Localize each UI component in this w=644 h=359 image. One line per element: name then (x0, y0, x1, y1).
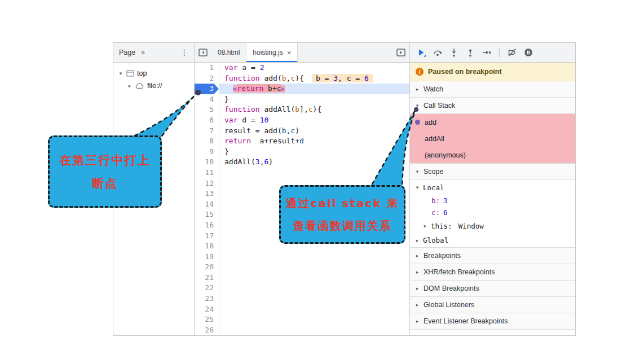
line-number[interactable]: 11 (195, 168, 219, 178)
line-number[interactable]: 8 (195, 136, 219, 147)
section-breakpoints[interactable]: ▸ Breakpoints (410, 248, 575, 264)
code-line[interactable] (219, 304, 409, 315)
screenshot-canvas: Page » ⋮ ▾ top ▸ fil (0, 0, 644, 359)
code-line[interactable]: return a+result+d (219, 136, 409, 147)
code-line[interactable]: var a = 2 (219, 63, 409, 73)
variable-name: c: (431, 208, 440, 217)
current-frame-marker-icon (415, 120, 420, 125)
stack-frame-add[interactable]: add (410, 114, 575, 130)
deactivate-breakpoints-button[interactable] (508, 48, 517, 57)
step-over-icon (433, 48, 442, 57)
scope-variable-b[interactable]: b: 3 (410, 195, 575, 207)
tree-item-label: top (137, 69, 147, 77)
variable-name: b: (431, 196, 440, 205)
code-line[interactable]: } (219, 147, 409, 157)
tab-hoisting-js[interactable]: hoisting.js × (246, 43, 298, 62)
line-number[interactable]: 19 (195, 252, 219, 262)
code-line[interactable]: result = add(b,c) (219, 126, 409, 137)
tab-page[interactable]: Page (119, 49, 135, 56)
line-number[interactable]: 4 (195, 94, 219, 105)
line-number[interactable]: 22 (195, 283, 219, 294)
section-label: DOM Breakpoints (424, 284, 479, 292)
scope-variable-c[interactable]: c: 6 (410, 207, 575, 218)
line-number[interactable]: 9 (195, 147, 219, 157)
chevron-right-icon: ▸ (414, 253, 420, 259)
code-token: b (282, 126, 286, 135)
tree-item-file[interactable]: ▸ file:// (113, 80, 194, 92)
section-watch[interactable]: ▸ Watch (410, 81, 575, 98)
line-number[interactable]: 5 (195, 104, 219, 115)
chevron-right-icon: ▸ (422, 223, 428, 229)
stack-frame-addall[interactable]: addAll (410, 130, 575, 147)
annotation-text: 查看函数调用关系 (293, 218, 392, 234)
scope-global[interactable]: ▸ Global (410, 233, 575, 248)
code-token: ) (268, 157, 273, 166)
code-line[interactable] (219, 283, 409, 294)
code-line[interactable]: function addAll(b],c){ (219, 104, 409, 115)
section-scope[interactable]: ▾ Scope (410, 164, 575, 180)
line-number[interactable]: 2 (195, 73, 219, 84)
code-line[interactable]: var d = 10 (219, 115, 409, 126)
code-line[interactable] (219, 294, 409, 304)
resume-icon (417, 48, 426, 57)
overflow-menu-icon[interactable]: ⋮ (180, 48, 188, 57)
line-number[interactable]: 24 (195, 304, 219, 315)
scope-local[interactable]: ▾ Local (410, 180, 575, 195)
section-call-stack[interactable]: ▾ Call Stack (410, 98, 575, 114)
chevron-right-icon[interactable]: ▸ (127, 83, 133, 89)
code-token: b = (316, 74, 333, 82)
step-into-button[interactable] (449, 48, 458, 57)
chevron-down-icon[interactable]: ▾ (118, 71, 123, 76)
line-number[interactable]: 6 (195, 115, 219, 126)
section-label: Global Listeners (424, 301, 474, 309)
line-number[interactable]: 20 (195, 262, 219, 273)
paused-code-line[interactable]: ▶return b+c▶ (219, 84, 409, 94)
close-tab-icon[interactable]: × (287, 49, 292, 57)
code-line[interactable] (219, 325, 409, 335)
line-number[interactable]: 25 (195, 314, 219, 325)
line-number[interactable]: 23 (195, 294, 219, 304)
step-into-icon (449, 48, 458, 57)
code-line[interactable] (219, 273, 409, 283)
code-line[interactable] (219, 262, 409, 273)
line-number[interactable]: 15 (195, 209, 219, 220)
section-global-listeners[interactable]: ▸ Global Listeners (410, 297, 575, 313)
section-event-listener-breakpoints[interactable]: ▸ Event Listener Breakpoints (410, 313, 575, 330)
stack-frame-anonymous[interactable]: (anonymous) (410, 147, 575, 163)
annotation-text: 断点 (92, 176, 118, 191)
line-number[interactable]: 16 (195, 220, 219, 231)
line-number[interactable]: 7 (195, 126, 219, 137)
tab-08-html[interactable]: 08.html (211, 43, 246, 62)
line-number[interactable]: 17 (195, 231, 219, 242)
section-dom-breakpoints[interactable]: ▸ DOM Breakpoints (410, 281, 575, 297)
chevron-right-icon: ▸ (414, 318, 420, 324)
resume-button[interactable] (417, 48, 426, 57)
code-line[interactable]: addAll(3,6) (219, 157, 409, 168)
step-out-button[interactable] (466, 48, 475, 57)
section-label: Watch (424, 85, 443, 93)
pause-on-exceptions-button[interactable] (524, 48, 533, 57)
code-line[interactable]: } (219, 94, 409, 105)
line-number[interactable]: 10 (195, 157, 219, 168)
code-line[interactable] (219, 168, 409, 178)
line-number[interactable]: 14 (195, 199, 219, 210)
navigator-toggle-icon[interactable] (195, 43, 211, 62)
more-tabs-icon[interactable]: » (141, 49, 145, 56)
quick-source-toggle-icon[interactable] (392, 43, 409, 62)
code-line[interactable] (219, 314, 409, 325)
line-number[interactable]: 13 (195, 189, 219, 199)
step-button[interactable] (482, 48, 491, 57)
tree-item-top[interactable]: ▾ top (113, 67, 194, 80)
scope-this[interactable]: ▸ this: Window (410, 218, 575, 233)
line-number[interactable]: 26 (195, 325, 219, 335)
breakpoint-line-number[interactable]: 3 (195, 84, 219, 94)
section-xhr-breakpoints[interactable]: ▸ XHR/fetch Breakpoints (410, 264, 575, 281)
line-number[interactable]: 12 (195, 178, 219, 189)
line-number[interactable]: 21 (195, 273, 219, 283)
code-token: 6 (364, 74, 369, 82)
code-line[interactable] (219, 252, 409, 262)
step-over-button[interactable] (433, 48, 442, 57)
line-number[interactable]: 18 (195, 241, 219, 252)
code-line[interactable]: function add(b,c){b = 3, c = 6 (219, 73, 409, 84)
line-number[interactable]: 1 (195, 63, 219, 73)
